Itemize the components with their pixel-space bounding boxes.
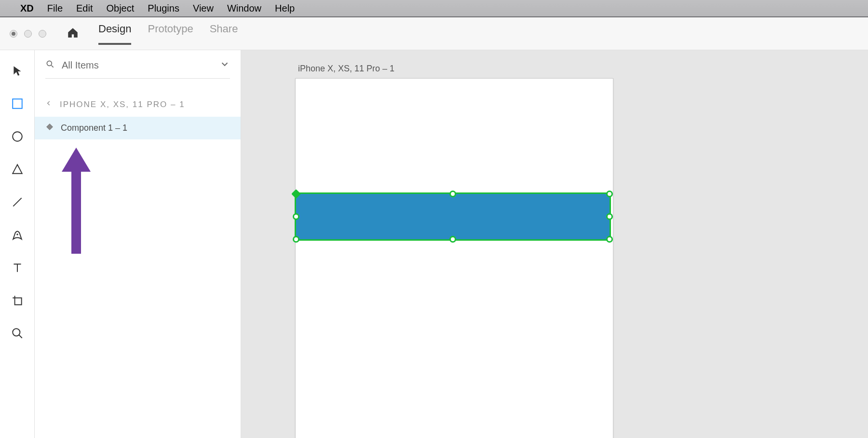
menu-window[interactable]: Window [227,3,261,14]
svg-point-1 [13,132,22,141]
macos-menubar: XD File Edit Object Plugins View Window … [0,0,868,17]
component-icon [45,123,54,134]
artboard-title[interactable]: iPhone X, XS, 11 Pro – 1 [298,64,394,74]
layers-filter-label: All Items [62,60,213,71]
chevron-down-icon[interactable] [219,59,230,71]
tab-share[interactable]: Share [210,23,238,45]
layer-item-component[interactable]: Component 1 – 1 [35,117,241,139]
svg-line-7 [52,66,54,68]
selected-component[interactable] [295,192,611,241]
artboard-tool[interactable] [10,293,25,308]
select-tool[interactable] [10,64,25,78]
app-window: Design Prototype Share [0,17,868,438]
line-tool[interactable] [10,195,25,209]
window-zoom-button[interactable] [39,30,46,38]
tab-prototype[interactable]: Prototype [148,23,193,45]
zoom-tool[interactable] [10,326,25,341]
menu-help[interactable]: Help [275,3,295,14]
svg-point-4 [13,328,20,336]
resize-handle-w[interactable] [293,213,299,220]
artboard[interactable] [295,78,613,438]
rectangle-tool[interactable] [10,96,25,111]
svg-point-3 [16,233,18,235]
mode-tabs: Design Prototype Share [98,23,238,45]
menu-plugins[interactable]: Plugins [148,3,179,14]
layer-item-label: Component 1 – 1 [61,123,127,133]
window-minimize-button[interactable] [24,30,32,38]
layers-panel: All Items IPHONE X, XS, 11 PRO – 1 Compo… [35,50,241,438]
resize-handle-n[interactable] [449,191,456,197]
resize-handle-ne[interactable] [606,191,613,197]
chevron-left-icon [45,99,52,110]
app-toolbar: Design Prototype Share [0,17,868,50]
component-origin-handle[interactable] [291,189,301,199]
svg-point-6 [47,61,52,66]
resize-handle-s[interactable] [449,236,456,243]
pen-tool[interactable] [10,228,25,242]
menu-view[interactable]: View [193,3,214,14]
canvas[interactable]: iPhone X, XS, 11 Pro – 1 [241,50,868,438]
ellipse-tool[interactable] [10,129,25,144]
resize-handle-sw[interactable] [293,236,299,243]
window-close-button[interactable] [10,30,17,38]
breadcrumb-label: IPHONE X, XS, 11 PRO – 1 [60,100,185,110]
resize-handle-se[interactable] [606,236,613,243]
home-button[interactable] [67,27,79,41]
menu-edit[interactable]: Edit [76,3,93,14]
menu-object[interactable]: Object [107,3,135,14]
polygon-tool[interactable] [10,162,25,177]
artboard-breadcrumb[interactable]: IPHONE X, XS, 11 PRO – 1 [35,79,241,117]
menu-file[interactable]: File [47,3,63,14]
search-icon [45,59,55,71]
svg-rect-8 [47,124,53,130]
resize-handle-e[interactable] [606,213,613,220]
text-tool[interactable] [10,260,25,275]
svg-rect-0 [13,99,22,109]
app-menu[interactable]: XD [20,3,34,14]
tool-column [0,50,35,438]
svg-line-2 [13,198,21,206]
tab-design[interactable]: Design [98,23,131,45]
layers-filter[interactable]: All Items [45,59,230,79]
svg-line-5 [19,335,22,338]
